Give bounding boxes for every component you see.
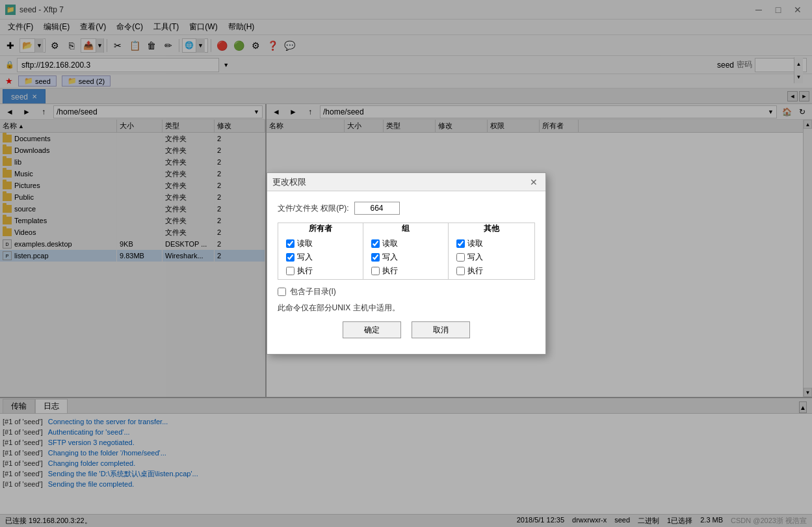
owner-write-checkbox[interactable] (286, 253, 295, 262)
modal-footer: 确定 取消 (278, 321, 535, 344)
owner-write-row: 写入 (286, 252, 355, 263)
other-column: 其他 读取 写入 执行 (449, 223, 534, 279)
group-write-row: 写入 (371, 252, 440, 263)
owner-execute-label: 执行 (297, 265, 313, 277)
cancel-button[interactable]: 取消 (412, 321, 470, 338)
permissions-container: 所有者 读取 写入 执行 (278, 223, 535, 280)
other-write-row: 写入 (456, 252, 526, 263)
other-read-checkbox[interactable] (456, 239, 465, 248)
owner-column: 所有者 读取 写入 执行 (278, 223, 363, 279)
modal-body: 文件/文件夹 权限(P): 所有者 读取 (267, 191, 545, 354)
owner-read-label: 读取 (297, 238, 313, 249)
group-read-label: 读取 (382, 238, 398, 249)
modal-note: 此命令仅在部分UNIX 主机中适用。 (278, 303, 535, 314)
other-title: 其他 (456, 223, 526, 234)
other-execute-checkbox[interactable] (456, 267, 465, 275)
modal-close-button[interactable]: ✕ (527, 176, 540, 189)
group-execute-row: 执行 (371, 265, 440, 277)
other-write-checkbox[interactable] (456, 253, 465, 262)
ok-button[interactable]: 确定 (343, 321, 401, 338)
permission-value-input[interactable] (354, 202, 400, 215)
other-execute-row: 执行 (456, 265, 526, 277)
file-permission-label: 文件/文件夹 权限(P): (278, 203, 349, 214)
other-write-label: 写入 (467, 252, 483, 263)
include-subdirs-label: 包含子目录(I) (290, 286, 336, 297)
owner-write-label: 写入 (297, 252, 313, 263)
group-read-checkbox[interactable] (371, 239, 380, 248)
permissions-dialog: 更改权限 ✕ 文件/文件夹 权限(P): 所有者 读取 (267, 172, 546, 355)
other-read-row: 读取 (456, 238, 526, 249)
include-subdirs-checkbox[interactable] (278, 288, 286, 296)
owner-execute-checkbox[interactable] (286, 267, 295, 275)
group-write-checkbox[interactable] (371, 253, 380, 262)
file-permission-row: 文件/文件夹 权限(P): (278, 202, 535, 215)
group-execute-checkbox[interactable] (371, 267, 380, 275)
modal-overlay: 更改权限 ✕ 文件/文件夹 权限(P): 所有者 读取 (0, 0, 812, 527)
owner-execute-row: 执行 (286, 265, 355, 277)
group-read-row: 读取 (371, 238, 440, 249)
group-title: 组 (371, 223, 440, 234)
group-execute-label: 执行 (382, 265, 398, 277)
modal-title: 更改权限 (272, 176, 306, 188)
other-read-label: 读取 (467, 238, 483, 249)
owner-read-row: 读取 (286, 238, 355, 249)
owner-title: 所有者 (286, 223, 355, 234)
include-subdirs-row: 包含子目录(I) (278, 286, 535, 297)
other-execute-label: 执行 (467, 265, 483, 277)
group-write-label: 写入 (382, 252, 398, 263)
group-column: 组 读取 写入 执行 (363, 223, 449, 279)
permissions-grid: 所有者 读取 写入 执行 (278, 223, 534, 279)
owner-read-checkbox[interactable] (286, 239, 295, 248)
modal-title-bar: 更改权限 ✕ (267, 173, 545, 191)
